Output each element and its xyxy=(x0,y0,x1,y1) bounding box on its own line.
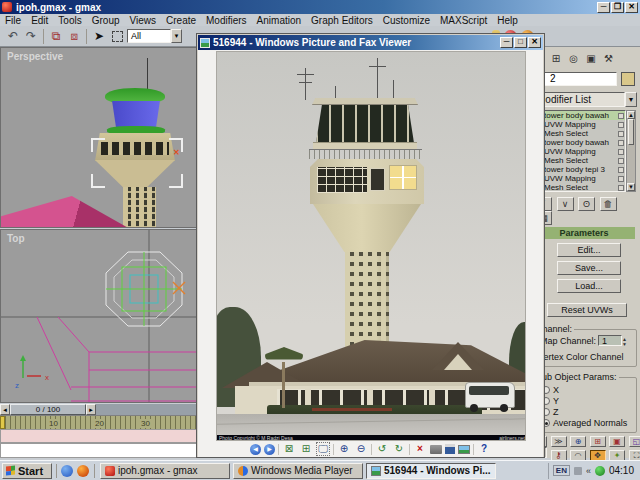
menu-item-help[interactable]: Help xyxy=(492,15,523,26)
modifier-stack-row[interactable]: tower body bawah xyxy=(534,111,625,120)
stack-toggle-box[interactable] xyxy=(618,158,624,164)
modifier-stack-row[interactable]: UVW Mapping xyxy=(534,120,625,129)
stack-toggle-box[interactable] xyxy=(618,122,624,128)
motion-tab-icon[interactable]: ◎ xyxy=(566,53,581,67)
modifier-stack-row[interactable]: UVW Mapping xyxy=(534,174,625,183)
modifier-stack-row[interactable]: tower body bawah xyxy=(534,138,625,147)
selection-filter-arrow-icon[interactable]: ▼ xyxy=(171,29,182,43)
modifier-stack-row[interactable]: UVW Mapping xyxy=(534,147,625,156)
tray-device-icon[interactable] xyxy=(574,467,582,475)
map-channel-spinner[interactable]: 1 xyxy=(598,335,622,346)
menu-item-tools[interactable]: Tools xyxy=(53,15,86,26)
track-position-marker[interactable] xyxy=(0,416,5,429)
zoom-icon[interactable]: ⊕ xyxy=(570,436,586,447)
stack-toggle-box[interactable] xyxy=(618,176,624,182)
utilities-tab-icon[interactable]: ⚒ xyxy=(601,53,616,67)
next-image-icon[interactable]: ▶ xyxy=(264,444,275,455)
frame-indicator[interactable]: 0 / 100 xyxy=(10,404,86,415)
spinner-arrows-icon[interactable]: ▲▼ xyxy=(622,337,627,347)
menu-item-animation[interactable]: Animation xyxy=(252,15,306,26)
unlink-selection-icon[interactable]: ⧈ xyxy=(65,29,83,43)
edit-button[interactable]: Edit... xyxy=(557,243,621,257)
best-fit-icon[interactable]: ⊠ xyxy=(282,443,296,455)
modifier-list-arrow-icon[interactable]: ▼ xyxy=(625,92,637,107)
rectangular-selection-region-icon[interactable] xyxy=(112,31,123,42)
zoom-in-icon[interactable]: ⊕ xyxy=(337,443,351,455)
modifier-list-dropdown[interactable]: Modifier List xyxy=(533,92,625,107)
stack-toggle-box[interactable] xyxy=(618,167,624,173)
start-slideshow-icon[interactable]: 🖵 xyxy=(316,442,330,456)
perspective-viewport-label[interactable]: Perspective xyxy=(7,51,63,62)
stack-scrollbar[interactable]: ▲ ▼ xyxy=(626,110,636,192)
select-and-link-icon[interactable]: ⧉ xyxy=(47,29,65,43)
task-button-picture-viewer[interactable]: 516944 - Windows Pi... xyxy=(366,463,496,479)
viewer-minimize-button[interactable]: ─ xyxy=(500,37,513,48)
quick-launch-orange-icon[interactable] xyxy=(77,465,89,477)
menu-item-customize[interactable]: Customize xyxy=(378,15,435,26)
language-indicator[interactable]: EN xyxy=(553,465,570,476)
tower-model-blue-cab[interactable] xyxy=(110,101,162,129)
gmax-minimize-button[interactable]: ─ xyxy=(597,2,610,13)
task-button-media-player[interactable]: Windows Media Player xyxy=(233,463,363,479)
modifier-stack-row[interactable]: Mesh Select xyxy=(534,129,625,138)
show-end-result-icon[interactable]: ∨ xyxy=(557,197,574,211)
reset-uvws-button[interactable]: Reset UVWs xyxy=(547,303,627,317)
zoom-all-icon[interactable]: ⊞ xyxy=(590,436,606,447)
redo-icon[interactable]: ↷ xyxy=(22,29,40,43)
viewer-close-button[interactable]: ✕ xyxy=(528,37,541,48)
menu-item-graph-editors[interactable]: Graph Editors xyxy=(306,15,378,26)
task-button-gmax[interactable]: ipoh.gmax - gmax xyxy=(100,463,230,479)
rotate-clockwise-icon[interactable]: ↻ xyxy=(392,443,406,455)
stack-toggle-box[interactable] xyxy=(618,131,624,137)
stack-toggle-box[interactable] xyxy=(618,149,624,155)
edit-image-icon[interactable] xyxy=(458,445,470,454)
start-button[interactable]: Start xyxy=(2,463,52,479)
viewer-titlebar[interactable]: 516944 - Windows Picture and Fax Viewer … xyxy=(198,35,543,50)
actual-size-icon[interactable]: ⊞ xyxy=(299,443,313,455)
menu-item-modifiers[interactable]: Modifiers xyxy=(201,15,252,26)
time-slider-left-arrow[interactable]: ◂ xyxy=(0,404,10,415)
modifier-stack-row[interactable]: Mesh Select xyxy=(534,183,625,192)
hierarchy-tab-icon[interactable]: ⊞ xyxy=(549,53,564,67)
object-name-field[interactable]: 2 xyxy=(533,72,617,86)
menu-item-create[interactable]: Create xyxy=(161,15,201,26)
modifier-stack-row[interactable]: tower body tepi 3 xyxy=(534,165,625,174)
gmax-restore-button[interactable]: ❐ xyxy=(611,2,624,13)
previous-image-icon[interactable]: ◀ xyxy=(250,444,261,455)
selection-filter-dropdown[interactable]: All xyxy=(127,29,171,43)
next-frame-icon[interactable]: ≫ xyxy=(551,436,567,447)
scroll-up-icon[interactable]: ▲ xyxy=(627,111,635,119)
menu-item-views[interactable]: Views xyxy=(125,15,162,26)
pink-roof-model[interactable] xyxy=(0,196,139,228)
time-slider-right-arrow[interactable]: ▸ xyxy=(86,404,96,415)
help-icon[interactable]: ? xyxy=(477,443,491,455)
select-object-cursor-icon[interactable]: ➤ xyxy=(90,29,108,43)
object-color-swatch[interactable] xyxy=(621,72,635,86)
tray-green-app-icon[interactable] xyxy=(595,466,605,476)
menu-item-edit[interactable]: Edit xyxy=(26,15,53,26)
parameters-rollout-header[interactable]: Parameters xyxy=(533,227,635,239)
stack-toggle-box[interactable] xyxy=(618,185,624,191)
modifier-stack-row[interactable]: Mesh Select xyxy=(534,156,625,165)
zoom-out-icon[interactable]: ⊖ xyxy=(354,443,368,455)
save-icon[interactable] xyxy=(445,444,455,454)
gmax-titlebar[interactable]: ipoh.gmax - gmax ─ ❐ ✕ xyxy=(0,0,640,14)
zoom-extents-icon[interactable]: ▣ xyxy=(609,436,625,447)
zoom-extents-all-icon[interactable]: ◱ xyxy=(629,436,640,447)
viewer-maximize-button[interactable]: □ xyxy=(514,37,527,48)
stack-toggle-box[interactable] xyxy=(618,113,624,119)
scroll-thumb[interactable] xyxy=(628,119,634,145)
rotate-counterclockwise-icon[interactable]: ↺ xyxy=(375,443,389,455)
display-tab-icon[interactable]: ▣ xyxy=(584,53,599,67)
save-button[interactable]: Save... xyxy=(557,261,621,275)
menu-item-group[interactable]: Group xyxy=(87,15,125,26)
make-unique-icon[interactable]: ʘ xyxy=(578,197,595,211)
load-button[interactable]: Load... xyxy=(557,279,621,293)
undo-icon[interactable]: ↶ xyxy=(4,29,22,43)
quick-launch-blue-icon[interactable] xyxy=(61,465,73,477)
scroll-down-icon[interactable]: ▼ xyxy=(627,183,635,191)
menu-item-maxscript[interactable]: MAXScript xyxy=(435,15,492,26)
remove-modifier-icon[interactable]: 🗑 xyxy=(600,197,617,211)
collapse-chevron-icon[interactable]: « xyxy=(586,466,591,476)
vertex-color-channel-label[interactable]: Vertex Color Channel xyxy=(538,352,624,362)
